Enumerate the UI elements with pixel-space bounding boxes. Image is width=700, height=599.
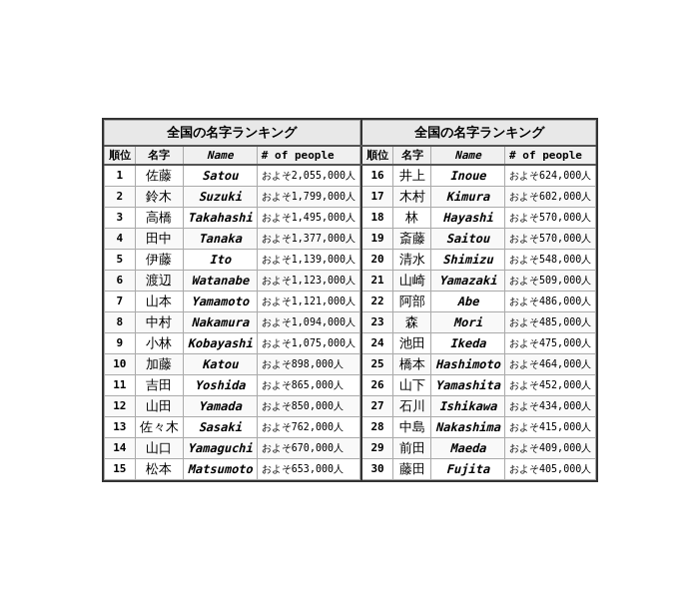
people-cell: およそ548,000人 bbox=[505, 249, 596, 270]
name-cell: Nakamura bbox=[183, 311, 257, 332]
rank-cell: 16 bbox=[361, 165, 393, 187]
header-people-left: # of people bbox=[257, 146, 359, 165]
name-cell: Yamaguchi bbox=[183, 437, 257, 458]
people-cell: およそ434,000人 bbox=[505, 395, 596, 416]
rank-cell: 21 bbox=[361, 270, 393, 291]
name-cell: Yamazaki bbox=[431, 270, 505, 291]
kanji-cell: 中村 bbox=[135, 311, 183, 332]
name-cell: Tanaka bbox=[183, 228, 257, 249]
people-cell: およそ898,000人 bbox=[257, 353, 359, 374]
rank-cell: 14 bbox=[104, 437, 135, 458]
name-cell: Suzuki bbox=[183, 186, 257, 207]
rank-cell: 19 bbox=[361, 228, 393, 249]
name-cell: Abe bbox=[431, 291, 505, 311]
people-cell: およそ1,377,000人 bbox=[257, 228, 359, 249]
kanji-cell: 中島 bbox=[393, 416, 431, 437]
rank-cell: 11 bbox=[104, 374, 135, 395]
kanji-cell: 井上 bbox=[393, 165, 431, 187]
rank-cell: 25 bbox=[361, 353, 393, 374]
table-row: 23 森 Mori およそ485,000人 bbox=[361, 311, 596, 332]
name-cell: Nakashima bbox=[431, 416, 505, 437]
people-cell: およそ1,495,000人 bbox=[257, 207, 359, 228]
rank-cell: 2 bbox=[104, 186, 135, 207]
right-title: 全国の名字ランキング bbox=[361, 120, 596, 146]
rank-cell: 3 bbox=[104, 207, 135, 228]
kanji-cell: 伊藤 bbox=[135, 249, 183, 270]
rank-cell: 13 bbox=[104, 416, 135, 437]
header-people-right: # of people bbox=[505, 146, 596, 165]
table-row: 11 吉田 Yoshida およそ865,000人 bbox=[104, 374, 359, 395]
table-row: 16 井上 Inoue およそ624,000人 bbox=[361, 165, 596, 187]
header-kanji-right: 名字 bbox=[393, 146, 431, 165]
kanji-cell: 小林 bbox=[135, 332, 183, 353]
name-cell: Yamada bbox=[183, 395, 257, 416]
people-cell: およそ1,094,000人 bbox=[257, 311, 359, 332]
rank-cell: 8 bbox=[104, 311, 135, 332]
people-cell: およそ415,000人 bbox=[505, 416, 596, 437]
left-table: 全国の名字ランキング 順位 名字 Name # of people 1 佐藤 S… bbox=[104, 120, 360, 480]
name-cell: Katou bbox=[183, 353, 257, 374]
people-cell: およそ1,075,000人 bbox=[257, 332, 359, 353]
rank-cell: 20 bbox=[361, 249, 393, 270]
rank-cell: 18 bbox=[361, 207, 393, 228]
people-cell: およそ1,799,000人 bbox=[257, 186, 359, 207]
kanji-cell: 木村 bbox=[393, 186, 431, 207]
table-row: 5 伊藤 Ito およそ1,139,000人 bbox=[104, 249, 359, 270]
table-row: 3 高橋 Takahashi およそ1,495,000人 bbox=[104, 207, 359, 228]
table-row: 30 藤田 Fujita およそ405,000人 bbox=[361, 458, 596, 479]
kanji-cell: 松本 bbox=[135, 458, 183, 479]
name-cell: Yamamoto bbox=[183, 291, 257, 311]
rank-cell: 30 bbox=[361, 458, 393, 479]
table-row: 12 山田 Yamada およそ850,000人 bbox=[104, 395, 359, 416]
rank-cell: 23 bbox=[361, 311, 393, 332]
rank-cell: 12 bbox=[104, 395, 135, 416]
people-cell: およそ670,000人 bbox=[257, 437, 359, 458]
rank-cell: 28 bbox=[361, 416, 393, 437]
kanji-cell: 石川 bbox=[393, 395, 431, 416]
people-cell: およそ570,000人 bbox=[505, 228, 596, 249]
kanji-cell: 林 bbox=[393, 207, 431, 228]
table-row: 9 小林 Kobayashi およそ1,075,000人 bbox=[104, 332, 359, 353]
table-row: 14 山口 Yamaguchi およそ670,000人 bbox=[104, 437, 359, 458]
kanji-cell: 前田 bbox=[393, 437, 431, 458]
table-row: 21 山崎 Yamazaki およそ509,000人 bbox=[361, 270, 596, 291]
people-cell: およそ762,000人 bbox=[257, 416, 359, 437]
name-cell: Saitou bbox=[431, 228, 505, 249]
table-row: 19 斎藤 Saitou およそ570,000人 bbox=[361, 228, 596, 249]
table-row: 22 阿部 Abe およそ486,000人 bbox=[361, 291, 596, 311]
name-cell: Takahashi bbox=[183, 207, 257, 228]
people-cell: およそ850,000人 bbox=[257, 395, 359, 416]
kanji-cell: 田中 bbox=[135, 228, 183, 249]
name-cell: Ito bbox=[183, 249, 257, 270]
table-row: 1 佐藤 Satou およそ2,055,000人 bbox=[104, 165, 359, 187]
name-cell: Hayashi bbox=[431, 207, 505, 228]
people-cell: およそ653,000人 bbox=[257, 458, 359, 479]
name-cell: Satou bbox=[183, 165, 257, 187]
table-row: 7 山本 Yamamoto およそ1,121,000人 bbox=[104, 291, 359, 311]
kanji-cell: 阿部 bbox=[393, 291, 431, 311]
header-name-right: Name bbox=[431, 146, 505, 165]
kanji-cell: 山本 bbox=[135, 291, 183, 311]
kanji-cell: 山崎 bbox=[393, 270, 431, 291]
table-row: 20 清水 Shimizu およそ548,000人 bbox=[361, 249, 596, 270]
right-table: 全国の名字ランキング 順位 名字 Name # of people 16 井上 … bbox=[360, 120, 596, 480]
rank-cell: 1 bbox=[104, 165, 135, 187]
table-row: 2 鈴木 Suzuki およそ1,799,000人 bbox=[104, 186, 359, 207]
name-cell: Ikeda bbox=[431, 332, 505, 353]
table-row: 25 橋本 Hashimoto およそ464,000人 bbox=[361, 353, 596, 374]
kanji-cell: 山口 bbox=[135, 437, 183, 458]
name-cell: Matsumoto bbox=[183, 458, 257, 479]
name-cell: Kimura bbox=[431, 186, 505, 207]
name-cell: Mori bbox=[431, 311, 505, 332]
rank-cell: 24 bbox=[361, 332, 393, 353]
table-row: 4 田中 Tanaka およそ1,377,000人 bbox=[104, 228, 359, 249]
name-cell: Yamashita bbox=[431, 374, 505, 395]
people-cell: およそ409,000人 bbox=[505, 437, 596, 458]
kanji-cell: 清水 bbox=[393, 249, 431, 270]
header-rank-right: 順位 bbox=[361, 146, 393, 165]
kanji-cell: 佐々木 bbox=[135, 416, 183, 437]
name-cell: Kobayashi bbox=[183, 332, 257, 353]
name-cell: Yoshida bbox=[183, 374, 257, 395]
people-cell: およそ602,000人 bbox=[505, 186, 596, 207]
table-row: 18 林 Hayashi およそ570,000人 bbox=[361, 207, 596, 228]
